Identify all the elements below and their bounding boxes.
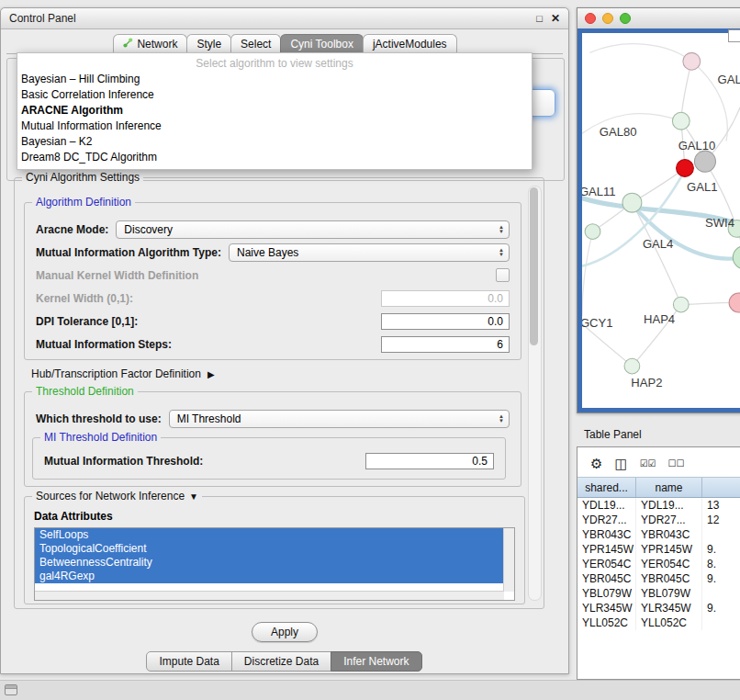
- network-node[interactable]: [683, 52, 701, 70]
- network-node[interactable]: [672, 112, 690, 130]
- aracne-mode-select[interactable]: Discovery ▲▼: [116, 220, 510, 239]
- table-row[interactable]: YDR27...YDR27...12: [577, 513, 740, 527]
- table-row[interactable]: YLL052CYLL052C: [577, 615, 740, 630]
- deselect-all-columns-icon[interactable]: ☐☐: [668, 459, 685, 469]
- kernel-width-field[interactable]: 0.0: [381, 290, 510, 307]
- table-cell[interactable]: 9.: [702, 542, 740, 557]
- dpi-tolerance-field[interactable]: 0.0: [381, 313, 510, 330]
- table-cell[interactable]: YBR045C: [577, 571, 636, 586]
- network-graph[interactable]: GAL8GAL80GAL10GAL11GAL1SWI4GAL4GCY1HAP4H…: [582, 33, 740, 408]
- sources-section-header[interactable]: Sources for Network Inference ▼: [32, 490, 202, 503]
- hub-transcription-factor-section[interactable]: Hub/Transcription Factor Definition ▶: [31, 367, 215, 380]
- bottom-tab-infer-network[interactable]: Infer Network: [331, 651, 421, 672]
- mi-algorithm-type-select[interactable]: Naive Bayes ▲▼: [229, 243, 510, 262]
- table-cell[interactable]: YLR345W: [636, 601, 702, 615]
- table-row[interactable]: YDL19...YDL19...13: [577, 498, 740, 513]
- table-cell[interactable]: YPR145W: [577, 542, 636, 557]
- table-cell[interactable]: 12: [702, 513, 740, 527]
- table-cell[interactable]: YER054C: [577, 557, 636, 571]
- table-cell[interactable]: YLL052C: [636, 615, 702, 630]
- network-node[interactable]: [694, 151, 715, 172]
- table-cell[interactable]: YLL052C: [577, 615, 636, 630]
- algorithm-option[interactable]: Bayesian – K2: [17, 134, 532, 150]
- data-attributes-list[interactable]: SelfLoopsTopologicalCoefficientBetweenne…: [34, 527, 515, 601]
- float-window-icon[interactable]: □: [536, 14, 543, 24]
- network-edge[interactable]: [582, 231, 593, 316]
- table-row[interactable]: YPR145WYPR145W9.: [577, 542, 740, 557]
- table-cell[interactable]: YBL079W: [577, 586, 636, 601]
- tab-network[interactable]: Network: [113, 34, 187, 54]
- table-cell[interactable]: YBR045C: [636, 571, 702, 586]
- table-cell[interactable]: 9.: [702, 571, 740, 586]
- settings-gear-icon[interactable]: ⚙: [590, 457, 602, 470]
- network-node[interactable]: [624, 358, 640, 374]
- table-cell[interactable]: YDR27...: [636, 513, 702, 527]
- apply-button[interactable]: Apply: [252, 622, 318, 642]
- network-node[interactable]: [622, 193, 642, 212]
- column-header[interactable]: [702, 478, 740, 497]
- network-node[interactable]: [677, 160, 694, 177]
- network-window-titlebar[interactable]: [577, 8, 740, 29]
- network-edge[interactable]: [589, 44, 691, 62]
- manual-kernel-checkbox[interactable]: [496, 268, 510, 282]
- tab-select[interactable]: Select: [230, 34, 281, 54]
- attribute-item[interactable]: SelfLoops: [35, 528, 503, 542]
- table-cell[interactable]: YDL19...: [636, 498, 702, 513]
- algorithm-option[interactable]: Bayesian – Hill Climbing: [17, 72, 532, 87]
- algorithm-option[interactable]: Basic Correlation Inference: [17, 87, 532, 103]
- table-row[interactable]: YBL079WYBL079W: [577, 586, 740, 601]
- network-node[interactable]: [673, 297, 689, 312]
- list-horizontal-scrollbar[interactable]: [35, 591, 504, 600]
- table-cell[interactable]: YPR145W: [636, 542, 702, 557]
- network-node[interactable]: [733, 246, 740, 269]
- table-cell[interactable]: YBL079W: [636, 586, 702, 601]
- network-edge[interactable]: [632, 203, 680, 305]
- table-cell[interactable]: 13: [702, 498, 740, 513]
- tab-cyni-toolbox[interactable]: Cyni Toolbox: [280, 34, 363, 54]
- network-scrollbar-fragment[interactable]: [728, 29, 740, 42]
- table-cell[interactable]: YLR345W: [577, 601, 636, 615]
- select-all-columns-icon[interactable]: ☑☑: [640, 459, 656, 469]
- table-row[interactable]: YBR045CYBR045C9.: [577, 571, 740, 586]
- column-visibility-icon[interactable]: ◫: [614, 457, 627, 470]
- table-cell[interactable]: [702, 527, 740, 542]
- panel-dock-icon[interactable]: [5, 684, 17, 695]
- table-cell[interactable]: YBR043C: [636, 527, 702, 542]
- tab-style[interactable]: Style: [186, 34, 231, 54]
- table-cell[interactable]: 9.: [702, 601, 740, 615]
- attribute-item[interactable]: BetweennessCentrality: [35, 556, 503, 570]
- table-cell[interactable]: YDL19...: [577, 498, 636, 513]
- attribute-item[interactable]: gal4RGexp: [35, 570, 503, 583]
- settings-scrollbar-thumb[interactable]: [530, 187, 538, 345]
- attribute-item[interactable]: TopologicalCoefficient: [35, 542, 503, 556]
- algorithm-option[interactable]: Mutual Information Inference: [17, 119, 532, 134]
- control-panel-titlebar[interactable]: Control Panel □ ✕: [1, 8, 568, 29]
- close-icon[interactable]: ✕: [551, 13, 560, 24]
- minimize-button[interactable]: [602, 13, 613, 24]
- column-header[interactable]: name: [636, 478, 702, 497]
- mi-threshold-field[interactable]: 0.5: [365, 453, 494, 469]
- network-node[interactable]: [729, 293, 740, 312]
- algorithm-option[interactable]: Dream8 DC_TDC Algorithm: [17, 150, 532, 165]
- algorithm-option[interactable]: ARACNE Algorithm: [17, 103, 532, 119]
- network-canvas[interactable]: GAL8GAL80GAL10GAL11GAL1SWI4GAL4GCY1HAP4H…: [582, 33, 740, 408]
- table-cell[interactable]: YDR27...: [577, 513, 636, 527]
- network-node[interactable]: [585, 224, 600, 240]
- network-edge[interactable]: [582, 324, 632, 367]
- collapse-arrow-icon[interactable]: ▼: [189, 490, 198, 503]
- zoom-button[interactable]: [620, 13, 631, 24]
- list-vertical-scrollbar[interactable]: [503, 528, 514, 592]
- which-threshold-select[interactable]: MI Threshold ▲▼: [169, 410, 510, 428]
- tab-jactivemodules[interactable]: jActiveModules: [363, 34, 457, 54]
- bottom-tab-discretize-data[interactable]: Discretize Data: [231, 651, 331, 672]
- table-cell[interactable]: [702, 586, 740, 601]
- table-row[interactable]: YLR345WYLR345W9.: [577, 601, 740, 615]
- bottom-tab-impute-data[interactable]: Impute Data: [146, 651, 231, 672]
- column-header[interactable]: shared...: [577, 478, 636, 497]
- expand-arrow-icon[interactable]: ▶: [207, 369, 215, 379]
- settings-scrollbar[interactable]: [528, 186, 542, 601]
- table-cell[interactable]: YER054C: [636, 557, 702, 571]
- mi-steps-field[interactable]: 6: [381, 336, 510, 353]
- close-button[interactable]: [585, 13, 596, 24]
- table-row[interactable]: YBR043CYBR043C: [577, 527, 740, 542]
